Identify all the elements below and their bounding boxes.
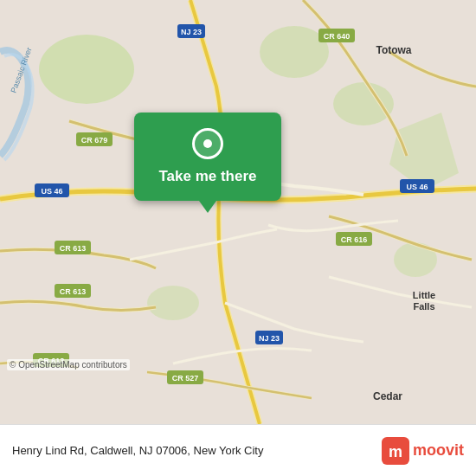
svg-text:Little: Little <box>413 290 435 300</box>
svg-text:m: m <box>389 443 402 460</box>
moovit-logo: m moovit <box>382 437 464 465</box>
location-pin-icon <box>192 128 223 159</box>
svg-text:NJ 23: NJ 23 <box>181 28 202 36</box>
svg-text:CR 640: CR 640 <box>324 32 351 41</box>
svg-text:CR 527: CR 527 <box>172 374 199 383</box>
svg-text:Falls: Falls <box>413 301 434 312</box>
moovit-brand-text: moovit <box>413 441 464 460</box>
svg-text:US 46: US 46 <box>41 187 62 196</box>
svg-text:CR 613: CR 613 <box>60 244 87 253</box>
svg-text:NJ 23: NJ 23 <box>259 334 280 343</box>
moovit-icon: m <box>382 437 409 465</box>
address-text: Henry Lind Rd, Caldwell, NJ 07006, New Y… <box>12 444 382 457</box>
popup-bubble[interactable]: Take me there <box>134 113 281 201</box>
popup-tail <box>199 201 216 213</box>
map-popup[interactable]: Take me there <box>134 113 281 213</box>
osm-credit: © OpenStreetMap contributors <box>7 359 130 370</box>
svg-point-1 <box>39 35 134 104</box>
bottom-bar: Henry Lind Rd, Caldwell, NJ 07006, New Y… <box>0 424 476 476</box>
svg-point-4 <box>147 286 199 320</box>
svg-text:CR 613: CR 613 <box>60 287 87 296</box>
svg-text:Totowa: Totowa <box>376 44 411 56</box>
popup-label: Take me there <box>158 168 256 185</box>
svg-text:CR 679: CR 679 <box>81 136 108 145</box>
map-container: US 46 US 46 NJ 23 NJ 23 CR 679 CR 640 CR… <box>0 0 476 424</box>
svg-text:US 46: US 46 <box>406 183 428 191</box>
svg-point-3 <box>333 82 394 125</box>
svg-text:CR 616: CR 616 <box>341 235 368 244</box>
svg-text:Cedar: Cedar <box>373 390 402 402</box>
